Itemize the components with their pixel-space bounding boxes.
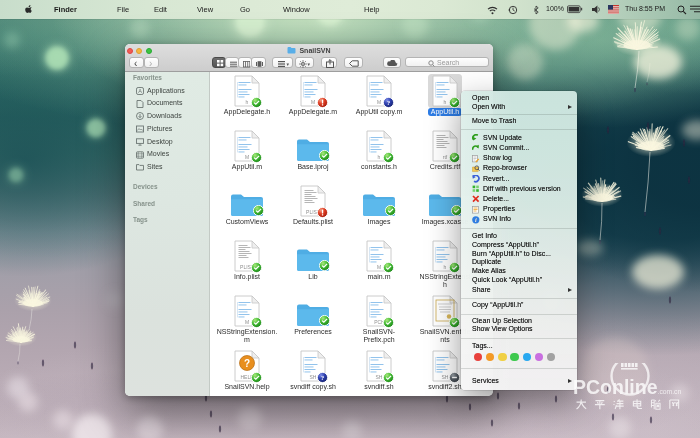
svg-text:?: ? [244, 358, 250, 369]
svg-text:M: M [377, 264, 381, 270]
svg-text:PConline: PConline [574, 376, 658, 398]
svg-text:M: M [245, 154, 249, 160]
svg-text:M: M [245, 319, 249, 325]
svg-text:h: h [444, 264, 447, 270]
svg-text:M: M [311, 99, 315, 105]
svg-text:h: h [378, 154, 381, 160]
svg-text:h: h [246, 99, 249, 105]
svg-text:rtf: rtf [443, 154, 448, 160]
svg-text:.com.cn: .com.cn [658, 388, 682, 395]
svg-text:M: M [377, 99, 381, 105]
svg-text:?: ? [386, 99, 390, 107]
svg-text:A: A [138, 88, 142, 94]
svg-text:h: h [444, 99, 447, 105]
svg-text:?: ? [320, 374, 324, 382]
svg-text:i: i [475, 216, 477, 223]
